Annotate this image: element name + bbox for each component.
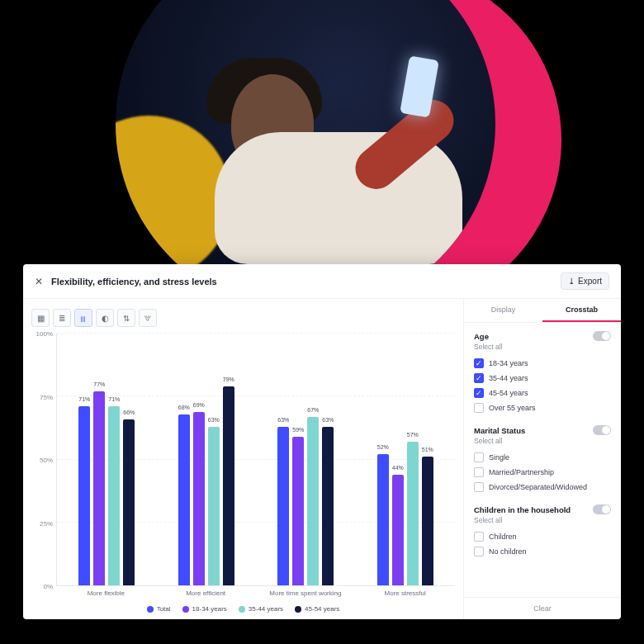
filter-option-label: Children [489,533,517,541]
bar-group: 52%44%57%51% [356,334,456,585]
filter-option[interactable]: Divorced/Separated/Widowed [474,480,611,495]
view-table-button[interactable]: ▦ [31,309,50,327]
bar-group: 63%59%67%63% [256,334,356,585]
filter-title: Marital Status [474,426,525,435]
bar[interactable]: 77% [93,391,105,585]
select-all-toggle[interactable] [593,331,611,341]
view-toolbar: ▦≣⫼◐⇅⩔ [31,309,455,327]
filter-option-label: 18-34 years [489,359,528,367]
x-axis-labels: More flexibleMore efficientMore time spe… [31,590,455,597]
filter-group: AgeSelect all✓18-34 years✓35-44 years✓45… [474,331,611,415]
bar[interactable]: 63% [277,427,289,585]
report-panel: ✕ Flexibility, efficiency, and stress le… [23,264,621,619]
legend-item[interactable]: 35-44 years [239,605,283,613]
y-tick: 50% [40,457,53,464]
view-sort-button[interactable]: ⇅ [117,309,135,327]
filter-option[interactable]: Single [474,450,611,465]
checkbox-icon[interactable] [474,482,484,492]
view-line-button[interactable]: ⩔ [139,309,157,327]
checkbox-icon[interactable]: ✓ [474,373,484,383]
filter-option-label: 35-44 years [489,374,528,382]
filter-group: Marital StatusSelect allSingleMarried/Pa… [474,425,611,495]
select-all-toggle[interactable] [593,425,611,435]
legend-item[interactable]: Total [147,605,171,613]
bar-value-label: 63% [277,417,289,423]
chart-area: ▦≣⫼◐⇅⩔ 0%25%50%75%100% 71%77%71%66%68%69… [23,299,464,619]
filter-option[interactable]: ✓18-34 years [474,356,611,371]
bar-value-label: 77% [93,381,105,387]
chart-legend: Total18-34 years35-44 years45-54 years [31,605,455,613]
filter-option[interactable]: Married/Partnership [474,465,611,480]
hero-area [0,0,644,289]
bar[interactable]: 71% [78,406,90,585]
bar[interactable]: 79% [223,386,234,585]
bar-value-label: 71% [78,396,90,402]
panel-header: ✕ Flexibility, efficiency, and stress le… [23,264,621,299]
side-tabs: DisplayCrosstab [464,299,621,323]
x-label: More stressful [355,590,455,597]
filter-option[interactable]: ✓45-54 years [474,386,611,400]
panel-title: Flexibility, efficiency, and stress leve… [51,277,217,286]
view-pie-button[interactable]: ◐ [96,309,114,327]
tab-display[interactable]: Display [464,299,542,322]
filter-option[interactable]: No children [474,544,611,559]
checkbox-icon[interactable]: ✓ [474,388,484,398]
select-all-label: Select all [474,516,611,524]
bar-value-label: 63% [322,417,334,423]
bar-value-label: 51% [422,447,433,452]
bar[interactable]: 69% [193,412,205,585]
bar[interactable]: 67% [307,417,319,585]
view-hbar-button[interactable]: ≣ [53,309,71,327]
legend-item[interactable]: 45-54 years [295,605,339,613]
select-all-toggle[interactable] [593,504,611,514]
filter-option-label: Married/Partnership [489,468,554,476]
legend-item[interactable]: 18-34 years [182,605,227,613]
view-vbar-button[interactable]: ⫼ [74,309,92,327]
select-all-label: Select all [474,343,611,351]
bar-value-label: 71% [108,396,120,402]
bar[interactable]: 57% [407,442,419,585]
bar[interactable]: 52% [377,454,389,585]
bar[interactable]: 68% [178,414,190,585]
checkbox-icon[interactable] [474,403,484,413]
bar[interactable]: 51% [422,457,433,585]
download-icon: ⤓ [568,277,575,286]
filter-option[interactable]: ✓35-44 years [474,371,611,386]
bar[interactable]: 66% [123,419,135,585]
bar[interactable]: 59% [292,437,304,585]
legend-label: Total [157,605,171,613]
export-label: Export [578,277,602,286]
bar-group: 68%69%63%79% [157,334,257,585]
checkbox-icon[interactable]: ✓ [474,358,484,368]
filter-option-label: Single [489,453,509,462]
bar-value-label: 63% [208,417,220,423]
filter-option[interactable]: Over 55 years [474,400,611,415]
chart-plot: 0%25%50%75%100% 71%77%71%66%68%69%63%79%… [31,334,455,586]
bar-value-label: 52% [377,444,389,450]
filter-title: Age [474,332,489,341]
bar[interactable]: 63% [322,427,334,585]
bar[interactable]: 63% [208,427,220,585]
checkbox-icon[interactable] [474,452,484,462]
bar-value-label: 79% [223,376,234,382]
filter-option-label: 45-54 years [489,389,528,397]
filter-group: Children in the householdSelect allChild… [474,504,611,559]
bar-value-label: 66% [123,410,135,415]
legend-swatch [182,606,189,613]
bar[interactable]: 71% [108,406,120,585]
y-tick: 0% [43,583,53,590]
clear-button[interactable]: Clear [464,597,621,619]
close-icon[interactable]: ✕ [35,276,43,287]
tab-crosstab[interactable]: Crosstab [542,299,621,322]
legend-swatch [295,606,301,613]
checkbox-icon[interactable] [474,467,484,477]
export-button[interactable]: ⤓ Export [561,272,609,290]
checkbox-icon[interactable] [474,532,484,542]
filter-option[interactable]: Children [474,529,611,544]
checkbox-icon[interactable] [474,547,484,556]
bar-group: 71%77%71%66% [57,334,157,585]
bar-value-label: 69% [193,402,205,408]
legend-label: 45-54 years [305,605,339,613]
bar[interactable]: 44% [392,475,404,585]
y-tick: 25% [40,519,53,527]
